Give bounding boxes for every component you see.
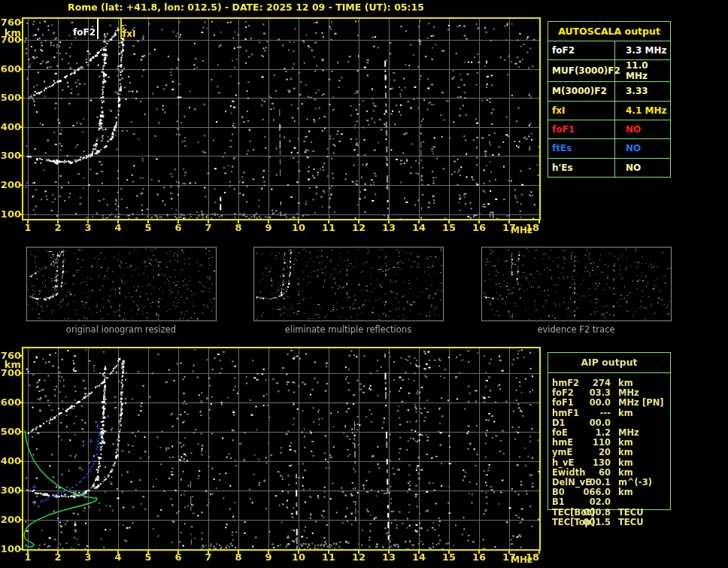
aip-param-value: 20 xyxy=(578,448,611,457)
y-tick-label: 500 xyxy=(0,427,21,437)
aip-param-value: 03.3 xyxy=(578,388,611,398)
autoscala-param-value: NO xyxy=(615,159,670,177)
x-tick-label: 14 xyxy=(409,223,429,233)
autoscala-param-label: foF2 xyxy=(548,41,615,59)
aip-param-unit: km xyxy=(618,409,633,418)
autoscala-param-label: h'Es xyxy=(548,159,615,177)
y-tick-label: 760 xyxy=(0,17,21,28)
aip-row: TEC[Top]001.5TECU xyxy=(552,518,671,527)
aip-param-label: foF2 xyxy=(552,388,574,398)
x-tick-label: 6 xyxy=(168,223,188,233)
x-tick-label: 9 xyxy=(259,552,278,563)
x-tick-label: 10 xyxy=(289,223,308,233)
aip-row: DelN_vE00.1m^(-3) xyxy=(552,478,671,488)
x-axis-unit: MHz xyxy=(511,554,532,565)
aip-row: hmE110km xyxy=(552,438,671,448)
x-tick-label: 13 xyxy=(379,552,399,563)
aip-row: foF100.0MHz[PN] xyxy=(552,398,671,408)
aip-param-label: h_vE xyxy=(552,458,574,468)
autoscala-param-label: MUF(3000)F2 xyxy=(548,60,615,81)
x-tick-label: 3 xyxy=(78,552,98,563)
autoscala-param-value: 3.33 xyxy=(615,82,670,100)
aip-param-value: 130 xyxy=(578,458,611,468)
thumbnail-caption: evidence F2 trace xyxy=(486,324,666,335)
autoscala-table: AUTOSCALA output foF23.3 MHzMUF(3000)F21… xyxy=(548,21,671,178)
aip-param-value: 00.0 xyxy=(578,398,611,408)
aip-param-unit: km xyxy=(618,378,633,388)
y-tick-label: 200 xyxy=(0,515,21,525)
autoscala-row: foF1NO xyxy=(548,120,670,139)
foF2-marker-label: foF2 xyxy=(73,27,96,38)
autoscala-param-value: 3.3 MHz xyxy=(615,41,670,59)
y-tick-label: 600 xyxy=(0,64,21,74)
x-tick-label: 14 xyxy=(409,552,429,563)
autoscala-table-header: AUTOSCALA output xyxy=(548,22,670,41)
x-tick-label: 16 xyxy=(469,223,489,233)
aip-param-unit: km xyxy=(618,448,633,457)
x-tick-label: 13 xyxy=(379,223,399,233)
x-tick-label: 7 xyxy=(199,223,218,233)
autoscala-row: fxI4.1 MHz xyxy=(548,102,670,120)
autoscala-row: M(3000)F23.33 xyxy=(548,82,670,101)
x-axis-unit: MHz xyxy=(511,225,532,235)
autoscala-table-body: foF23.3 MHzMUF(3000)F211.0 MHzM(3000)F23… xyxy=(548,41,670,177)
x-tick-label: 15 xyxy=(439,552,459,563)
x-tick-label: 8 xyxy=(229,552,248,563)
aip-param-value: --- xyxy=(578,409,611,418)
x-tick-label: 4 xyxy=(108,223,128,233)
x-tick-label: 1 xyxy=(18,223,38,233)
thumbnail-caption: eliminate multiple reflections xyxy=(258,324,438,335)
fxI-marker-label: fxI xyxy=(123,29,135,39)
aip-param-flag: [PN] xyxy=(642,398,664,408)
x-tick-label: 16 xyxy=(469,552,489,563)
x-tick-label: 12 xyxy=(349,223,369,233)
y-tick-label: 300 xyxy=(0,485,21,496)
x-tick-label: 5 xyxy=(138,552,158,563)
aip-param-unit: TECU xyxy=(618,518,643,527)
aip-param-label: foF1 xyxy=(552,398,574,408)
x-tick-label: 11 xyxy=(319,223,338,233)
aip-param-value: 60 xyxy=(578,468,611,478)
aip-param-value: 00.0 xyxy=(578,418,611,428)
aip-row: foE1.2MHz xyxy=(552,428,671,438)
aip-param-unit: MHz xyxy=(618,388,639,398)
autoscala-row: h'EsNO xyxy=(548,159,670,177)
autoscala-row: ftEsNO xyxy=(548,139,670,158)
autoscala-param-value: 4.1 MHz xyxy=(615,102,670,120)
aip-param-value: 00.1 xyxy=(578,478,611,488)
x-tick-label: 8 xyxy=(229,223,248,233)
aip-row: Ewidth60km xyxy=(552,468,671,478)
autoscala-param-label: ftEs xyxy=(548,139,615,157)
aip-param-unit: MHz xyxy=(618,398,639,408)
autoscala-param-value: NO xyxy=(615,120,670,138)
x-tick-label: 5 xyxy=(138,223,158,233)
aip-param-label: hmF2 xyxy=(552,378,579,388)
x-tick-label: 15 xyxy=(439,223,459,233)
y-axis-unit: km xyxy=(0,360,21,370)
aip-row: B102.0 xyxy=(552,497,671,507)
aip-param-unit: km xyxy=(618,438,633,448)
aip-param-value: 066.0 xyxy=(578,488,611,497)
aip-row: h_vE130km xyxy=(552,458,671,468)
aip-param-unit: MHz xyxy=(618,428,639,438)
autoscala-param-value: 11.0 MHz xyxy=(615,60,670,81)
aip-row: hmF2274km xyxy=(552,378,671,388)
autoscala-param-value: NO xyxy=(615,139,670,157)
x-tick-label: 2 xyxy=(48,552,68,563)
aip-param-unit: km xyxy=(618,488,633,497)
y-tick-label: 200 xyxy=(0,180,21,190)
x-tick-label: 4 xyxy=(108,552,128,563)
x-tick-label: 7 xyxy=(199,552,218,563)
aip-row: hmF1---km xyxy=(552,409,671,418)
aip-table-header: AIP output xyxy=(548,353,670,373)
y-tick-label: 400 xyxy=(0,456,21,466)
x-tick-label: 9 xyxy=(259,223,278,233)
aip-param-value: 02.0 xyxy=(578,497,611,507)
aip-param-label: hmE xyxy=(552,438,573,448)
x-tick-label: 10 xyxy=(289,552,308,563)
aip-param-value: 110 xyxy=(578,438,611,448)
aip-param-value: 274 xyxy=(578,378,611,388)
aip-param-label: D1 xyxy=(552,418,566,428)
y-tick-label: 400 xyxy=(0,122,21,132)
page-title: Rome (lat: +41.8, lon: 012.5) - DATE: 20… xyxy=(68,2,424,13)
